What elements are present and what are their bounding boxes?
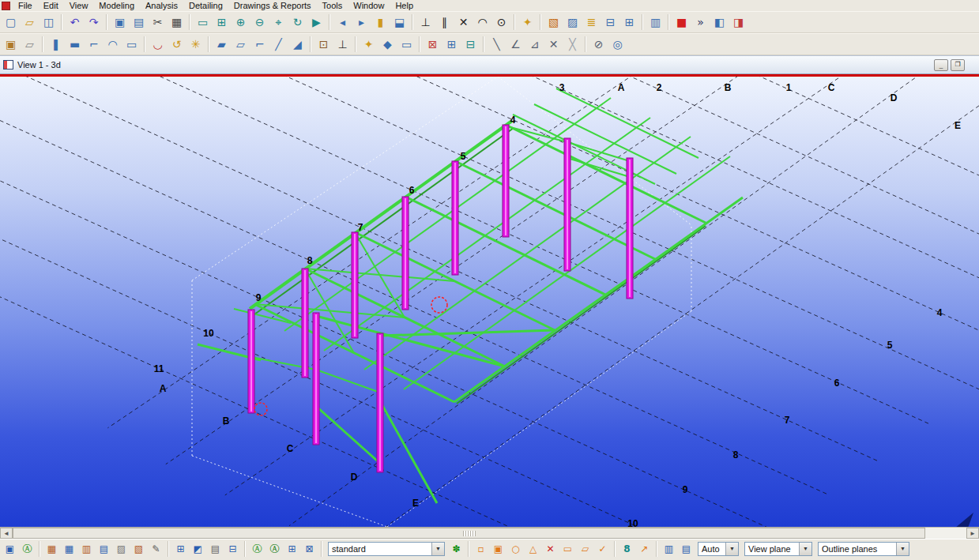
menu-view[interactable]: View (64, 1, 94, 10)
snap-cross-button[interactable]: ✕ (544, 36, 563, 54)
menu-file[interactable]: File (13, 1, 38, 10)
pan-button[interactable]: ⌖ (269, 13, 288, 32)
snap-geometry-points-button[interactable]: ▣ (490, 540, 506, 557)
create-arc-button[interactable]: ◡ (149, 36, 167, 54)
menu-help[interactable]: Help (390, 1, 419, 10)
snap-midpoints-button[interactable]: △ (525, 540, 541, 557)
create-slab-button[interactable]: ▱ (232, 36, 250, 54)
select-objects-in-components-button[interactable]: Ⓐ (249, 540, 265, 557)
scrollbar-track[interactable] (13, 528, 966, 539)
new-model-button[interactable]: ▢ (2, 13, 20, 32)
select-filter-6-button[interactable]: ▧ (130, 540, 147, 557)
snapshot-button[interactable]: ◧ (710, 13, 729, 32)
bolt-blue-button[interactable]: ⊞ (442, 36, 461, 54)
select-filter-1-button[interactable]: ▦ (43, 540, 60, 557)
ortho-toggle-button[interactable]: ⊘ (589, 36, 608, 54)
create-panel-button[interactable]: ⌐ (250, 36, 269, 54)
snap-override-button[interactable]: ↗ (636, 540, 653, 557)
horizontal-scrollbar[interactable]: ◄ ► (0, 527, 979, 539)
create-plate-button[interactable]: ▰ (213, 36, 231, 54)
create-ortho-beam-button[interactable]: ▭ (122, 36, 141, 54)
copy-special-button[interactable]: ▧ (544, 13, 563, 32)
create-anchor-button[interactable]: ⊥ (333, 36, 352, 54)
delete-button[interactable]: ✂ (149, 13, 167, 32)
snap-intersection-button[interactable]: ✕ (454, 13, 473, 32)
select-all-switch-button[interactable]: ▣ (2, 540, 18, 557)
menu-drawings-reports[interactable]: Drawings & Reports (228, 1, 317, 10)
snap-faint-button[interactable]: ╳ (563, 36, 582, 54)
previous-view-button[interactable]: ◂ (333, 13, 352, 32)
scrollbar-thumb[interactable] (13, 528, 925, 539)
snap-divide-button[interactable]: ∠ (506, 36, 525, 54)
create-report-button[interactable]: ▥ (646, 13, 665, 32)
part-cut-button[interactable]: ◢ (288, 36, 307, 54)
fetch-catalog-button[interactable]: ≣ (582, 13, 601, 32)
fly-button[interactable]: ▶ (307, 13, 326, 32)
remote-help-button[interactable]: ◨ (729, 13, 747, 32)
snap-parallel-button[interactable]: ∥ (435, 13, 454, 32)
select-surfaces-button[interactable]: ◩ (190, 540, 206, 557)
snap-off-button[interactable]: ✕ (542, 540, 559, 557)
menu-edit[interactable]: Edit (38, 1, 64, 10)
create-column-button[interactable]: ❚ (47, 36, 65, 54)
snap-any-button[interactable]: ✓ (594, 540, 611, 557)
open-model-button[interactable]: ▱ (21, 13, 39, 32)
menu-analysis[interactable]: Analysis (140, 1, 183, 10)
snap-perpendicular-button[interactable]: ⊥ (416, 13, 435, 32)
edit-filter-button[interactable]: ✎ (148, 540, 164, 557)
more-tools-button[interactable]: » (691, 13, 710, 32)
scroll-right-button[interactable]: ► (966, 528, 979, 539)
menu-modeling[interactable]: Modeling (93, 1, 140, 10)
select-filter-3-button[interactable]: ▥ (78, 540, 95, 557)
select-views-button[interactable]: ⊟ (224, 540, 241, 557)
window-split-button[interactable]: ▥ (661, 540, 677, 557)
menu-tools[interactable]: Tools (317, 1, 348, 10)
snap-free-button[interactable]: ╲ (488, 36, 506, 54)
copy-button[interactable]: ▣ (111, 13, 129, 32)
line-cut-button[interactable]: ╱ (269, 36, 288, 54)
interrupt-button[interactable]: ■ (672, 13, 691, 32)
modify-part-button[interactable]: ▱ (21, 36, 39, 54)
snap-centers-button[interactable]: ○ (507, 540, 524, 557)
select-filter-4-button[interactable]: ▤ (96, 540, 112, 557)
scroll-left-button[interactable]: ◄ (0, 528, 13, 539)
part-properties-button[interactable]: ▣ (2, 36, 20, 54)
snap-depth-combo-arrow[interactable]: ▼ (896, 543, 909, 555)
select-grids-button[interactable]: ▤ (207, 540, 224, 557)
filter-settings-button[interactable]: ✽ (448, 540, 465, 557)
snap-mode-combo[interactable]: Auto▼ (698, 542, 739, 556)
profile-catalog-button[interactable]: ⊞ (620, 13, 638, 32)
snap-depth-button[interactable]: 8 (619, 540, 635, 557)
menu-window[interactable]: Window (348, 1, 390, 10)
bolt-red-button[interactable]: ⊠ (424, 36, 442, 54)
3d-2d-switch-button[interactable]: ⬓ (390, 13, 409, 32)
create-polybeam-button[interactable]: ⌐ (85, 36, 103, 54)
fit-work-area-button[interactable]: ▭ (194, 13, 212, 32)
zoom-out-button[interactable]: ⊖ (250, 13, 269, 32)
work-plane-combo-arrow[interactable]: ▼ (799, 543, 811, 555)
snap-node-button[interactable]: ⊙ (492, 13, 510, 32)
zoom-window-button[interactable]: ⊞ (213, 13, 231, 32)
select-objects-in-assemblies-button[interactable]: ⊞ (284, 540, 300, 557)
move-special-button[interactable]: ▨ (563, 13, 582, 32)
minimize-button[interactable]: _ (934, 59, 948, 71)
create-detail-button[interactable]: ✦ (360, 36, 378, 54)
zoom-in-button[interactable]: ⊕ (232, 13, 250, 32)
window-new-button[interactable]: ▤ (678, 540, 695, 557)
component-catalog-button[interactable]: ◆ (378, 36, 397, 54)
snap-mode-combo-arrow[interactable]: ▼ (725, 543, 738, 555)
named-views-button[interactable]: ▮ (371, 13, 390, 32)
snap-arc-button[interactable]: ◠ (473, 13, 491, 32)
create-spiral-button[interactable]: ↺ (168, 36, 186, 54)
maximize-button[interactable]: ❐ (951, 59, 965, 71)
snap-reference-points-button[interactable]: ▫ (473, 540, 489, 557)
bolt-teal-button[interactable]: ⊟ (461, 36, 480, 54)
select-assemblies-button[interactable]: Ⓐ (266, 540, 283, 557)
numbering-button[interactable]: ⊟ (601, 13, 619, 32)
snap-planes-button[interactable]: ▱ (577, 540, 593, 557)
redo-button[interactable]: ↷ (85, 13, 103, 32)
undo-button[interactable]: ↶ (66, 13, 84, 32)
origin-snap-button[interactable]: ◎ (608, 36, 627, 54)
select-filter-2-button[interactable]: ▦ (61, 540, 77, 557)
model-viewport[interactable]: 3A2B1CDE4567891011ABCDE45678910 (0, 74, 979, 527)
